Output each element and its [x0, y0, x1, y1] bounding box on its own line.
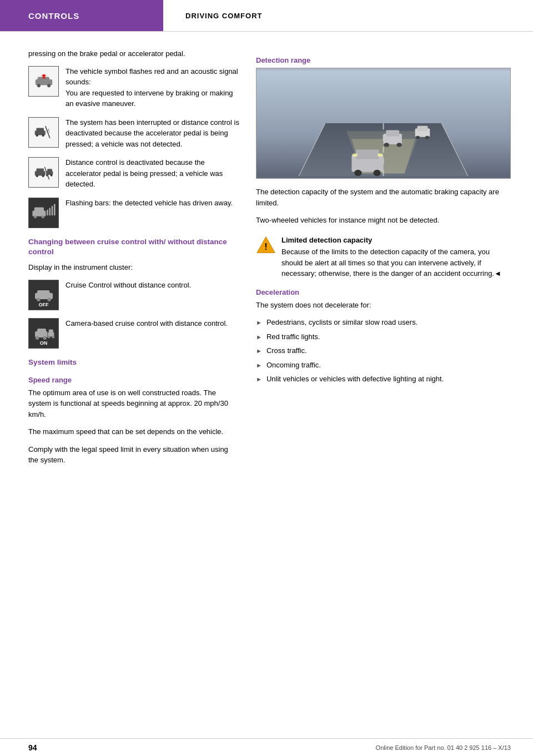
display-text: Display in the instrument cluster: [28, 262, 239, 273]
car-flash-text: The vehicle symbol flashes red and an ac… [66, 66, 239, 109]
deceleration-intro: The system does not decelerate for: [256, 300, 511, 311]
icon-row-car-slash-car: Distance control is deactivated because … [28, 157, 239, 190]
svg-point-51 [425, 136, 430, 139]
speed-range-text3: Comply with the legal speed limit in eve… [28, 444, 239, 466]
svg-rect-25 [47, 210, 48, 215]
svg-rect-49 [417, 126, 428, 132]
bullet-arrow-icon: ► [256, 318, 262, 327]
speed-range-heading: Speed range [28, 376, 239, 384]
svg-rect-22 [34, 208, 43, 213]
list-item-text: Unlit vehicles or vehicles with defectiv… [266, 374, 444, 385]
svg-point-2 [37, 84, 40, 87]
svg-rect-26 [49, 208, 51, 215]
svg-point-50 [416, 136, 420, 139]
warning-text: Because of the limits to the detection c… [281, 248, 501, 278]
svg-point-9 [42, 134, 44, 137]
detection-text1: The detection capacity of the system and… [256, 187, 511, 208]
icon-row-car-bars: Flashing bars: the detected vehicle has … [28, 198, 239, 228]
system-limits-heading: System limits [28, 357, 239, 368]
svg-point-55 [396, 143, 402, 147]
detection-scene-svg [257, 68, 510, 178]
detection-range-image [256, 68, 511, 179]
car-slash-nocar-icon-box: /\ [28, 117, 59, 148]
bullet-arrow-icon: ► [256, 346, 262, 356]
page-header: CONTROLS DRIVING COMFORT [0, 0, 533, 32]
icon-row-cruise-off: OFF Cruise Control without distance cont… [28, 280, 239, 310]
svg-rect-28 [54, 204, 56, 216]
list-item: ► Oncoming traffic. [256, 360, 511, 371]
svg-text:/\: /\ [46, 128, 49, 134]
icon-row-cruise-on: ON Camera-based cruise control with dist… [28, 318, 239, 349]
car-flash-icon-box [28, 66, 59, 97]
svg-rect-34 [37, 329, 46, 334]
header-controls: CONTROLS [0, 0, 163, 31]
warning-content: Limited detection capacity Because of th… [281, 235, 511, 279]
svg-rect-38 [48, 330, 53, 334]
speed-range-text1: The optimum area of use is on well const… [28, 387, 239, 420]
car-slash-car-text: Distance control is deactivated because … [66, 157, 239, 190]
bullet-arrow-icon: ► [256, 361, 262, 370]
svg-point-19 [50, 174, 52, 176]
car-slash-nocar-text: The system has been interrupted or dista… [66, 117, 239, 150]
svg-rect-27 [51, 206, 53, 215]
svg-rect-57 [356, 150, 379, 159]
car-slash-nocar-icon: /\ [33, 124, 54, 140]
list-item: ► Red traffic lights. [256, 331, 511, 342]
icon-row-car-flash: The vehicle symbol flashes red and an ac… [28, 66, 239, 109]
list-item: ► Cross traffic. [256, 345, 511, 356]
detection-text2: Two-wheeled vehicles for instance might … [256, 215, 511, 226]
svg-point-24 [41, 215, 44, 218]
list-item: ► Unlit vehicles or vehicles with defect… [256, 374, 511, 385]
cruise-on-icon-box: ON [28, 318, 59, 349]
svg-rect-5 [42, 75, 46, 76]
svg-point-61 [378, 153, 383, 157]
page-number: 94 [28, 743, 37, 752]
car-slash-car-icon [33, 165, 54, 180]
cruise-on-text: Camera-based cruise control with distanc… [66, 318, 239, 329]
svg-rect-13 [36, 168, 44, 172]
svg-point-59 [373, 170, 380, 176]
svg-rect-7 [36, 128, 44, 132]
page-footer: 94 Online Edition for Part no. 01 40 2 9… [0, 738, 533, 756]
right-column: Detection range [256, 48, 511, 472]
on-label: ON [38, 340, 49, 346]
main-content: pressing on the brake pedal or accelerat… [0, 32, 533, 489]
driving-comfort-label: DRIVING COMFORT [185, 12, 263, 20]
warning-triangle-icon: ! [256, 235, 276, 255]
deceleration-list: ► Pedestrians, cyclists or similar slow … [256, 317, 511, 385]
svg-rect-17 [47, 169, 52, 172]
icon-row-car-slash-nocar: /\ The system has been interrupted or di… [28, 117, 239, 150]
svg-point-40 [52, 336, 54, 339]
car-slash-car-icon-box [28, 157, 59, 188]
svg-point-14 [36, 175, 38, 177]
svg-point-15 [42, 175, 44, 177]
svg-point-8 [36, 134, 38, 137]
footer-note: Online Edition for Part no. 01 40 2 925 … [376, 744, 511, 751]
header-driving-comfort: DRIVING COMFORT [163, 0, 533, 31]
warning-box: ! Limited detection capacity Because of … [256, 234, 511, 280]
car-flash-icon [33, 73, 54, 89]
car-bars-icon-box [28, 198, 59, 228]
svg-rect-30 [37, 290, 49, 296]
svg-point-60 [352, 153, 358, 157]
changing-cruise-heading: Changing between cruise control with/ wi… [28, 237, 239, 258]
list-item-text: Red traffic lights. [266, 331, 320, 342]
cruise-off-icon [33, 286, 55, 303]
svg-rect-4 [42, 74, 45, 79]
off-label: OFF [37, 301, 51, 308]
svg-point-3 [47, 84, 51, 87]
bullet-arrow-icon: ► [256, 332, 262, 342]
svg-text:!: ! [264, 241, 267, 251]
controls-label: CONTROLS [28, 11, 79, 21]
svg-point-23 [34, 215, 37, 218]
svg-point-39 [47, 336, 50, 339]
list-item-text: Cross traffic. [266, 345, 307, 356]
car-bars-text: Flashing bars: the detected vehicle has … [66, 198, 239, 209]
bullet-arrow-icon: ► [256, 375, 262, 384]
cruise-off-icon-box: OFF [28, 280, 59, 310]
intro-text: pressing on the brake pedal or accelerat… [28, 48, 239, 59]
speed-range-text2: The maximum speed that can be set depend… [28, 426, 239, 437]
deceleration-heading: Deceleration [256, 288, 511, 296]
list-item-text: Pedestrians, cyclists or similar slow ro… [266, 317, 418, 328]
svg-point-58 [354, 170, 361, 176]
